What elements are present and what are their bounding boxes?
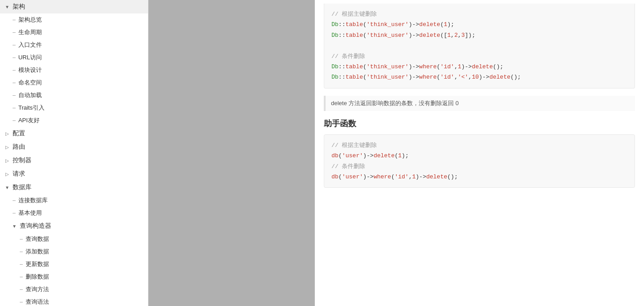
sidebar-item-api-friendly[interactable]: –API友好 bbox=[0, 114, 148, 127]
sidebar-section-label: 架构 bbox=[13, 3, 25, 11]
code-line: db('user')->where('id',1)->delete(); bbox=[331, 172, 627, 182]
sidebar-section-architecture-items: –架构总览 –生命周期 –入口文件 –URL访问 –模块设计 –命名空间 –自动… bbox=[0, 13, 148, 127]
sidebar-section-controller-label: 控制器 bbox=[13, 156, 31, 164]
arrow-icon-route: ▷ bbox=[4, 143, 11, 151]
arrow-icon-config: ▷ bbox=[4, 130, 11, 137]
middle-panel bbox=[148, 0, 315, 306]
sidebar-query-builder-subitems: –查询数据 –添加数据 –更新数据 –删除数据 –查询方法 –查询语法 –链式操… bbox=[0, 233, 148, 306]
sidebar-section-database[interactable]: ▼ 数据库 bbox=[0, 181, 148, 194]
sidebar-item-query-syntax[interactable]: –查询语法 bbox=[0, 296, 148, 306]
arrow-icon-request: ▷ bbox=[4, 170, 11, 177]
sidebar-section-database-items: –连接数据库 –基本使用 ▼ 查询构造器 –查询数据 –添加数据 –更新数据 –… bbox=[0, 194, 148, 306]
sidebar-section-request-label: 请求 bbox=[13, 170, 25, 178]
sidebar-section-config[interactable]: ▷ 配置 bbox=[0, 127, 148, 140]
top-code-area: // 根据主键删除 Db::table('think_user')->delet… bbox=[324, 0, 635, 89]
sidebar-item-lifecycle[interactable]: –生命周期 bbox=[0, 26, 148, 39]
code-line: Db::table('think_user')->delete(1); bbox=[331, 19, 627, 30]
arrow-icon: ▼ bbox=[4, 3, 11, 10]
sidebar-item-traits[interactable]: –Traits引入 bbox=[0, 102, 148, 114]
sidebar-section-architecture[interactable]: ▼ 架构 bbox=[0, 0, 148, 13]
sidebar-item-delete-data[interactable]: –删除数据 bbox=[0, 271, 148, 283]
top-code-block: // 根据主键删除 Db::table('think_user')->delet… bbox=[324, 4, 635, 89]
sidebar-item-query-method[interactable]: –查询方法 bbox=[0, 283, 148, 296]
arrow-icon-database: ▼ bbox=[4, 184, 11, 191]
sidebar-item-add-data[interactable]: –添加数据 bbox=[0, 245, 148, 258]
sidebar-item-db-basic[interactable]: –基本使用 bbox=[0, 207, 148, 219]
code-line: // 条件删除 bbox=[331, 161, 627, 172]
sidebar-section-controller[interactable]: ▷ 控制器 bbox=[0, 154, 148, 167]
sidebar-item-url-access[interactable]: –URL访问 bbox=[0, 51, 148, 64]
code-line-blank bbox=[331, 40, 627, 51]
sidebar-item-query-data[interactable]: –查询数据 bbox=[0, 233, 148, 245]
sidebar: ▼ 架构 –架构总览 –生命周期 –入口文件 –URL访问 –模块设计 –命名空… bbox=[0, 0, 148, 306]
arrow-icon-controller: ▷ bbox=[4, 157, 11, 164]
helper-code-block: // 根据主键删除 db('user')->delete(1); // 条件删除… bbox=[324, 134, 635, 188]
note-text: delete 方法返回影响数据的条数，没有删除返回 0 bbox=[331, 100, 459, 106]
sidebar-section-database-label: 数据库 bbox=[13, 183, 31, 191]
sidebar-item-query-builder[interactable]: ▼ 查询构造器 bbox=[0, 219, 148, 233]
section-title-helper: 助手函数 bbox=[324, 118, 635, 129]
note-block: delete 方法返回影响数据的条数，没有删除返回 0 bbox=[324, 96, 635, 111]
code-line: // 根据主键删除 bbox=[331, 9, 627, 19]
sidebar-item-db-connect[interactable]: –连接数据库 bbox=[0, 194, 148, 207]
sidebar-item-arch-overview[interactable]: –架构总览 bbox=[0, 13, 148, 26]
sidebar-item-autoload[interactable]: –自动加载 bbox=[0, 89, 148, 102]
code-line: Db::table('think_user')->where('id',1)->… bbox=[331, 62, 627, 72]
main-content: // 根据主键删除 Db::table('think_user')->delet… bbox=[315, 0, 644, 306]
sidebar-item-update-data[interactable]: –更新数据 bbox=[0, 258, 148, 271]
sidebar-section-route-label: 路由 bbox=[13, 143, 25, 151]
code-line: Db::table('think_user')->delete([1,2,3])… bbox=[331, 30, 627, 40]
sidebar-section-route[interactable]: ▷ 路由 bbox=[0, 140, 148, 154]
sidebar-section-request[interactable]: ▷ 请求 bbox=[0, 167, 148, 181]
sidebar-item-namespace[interactable]: –命名空间 bbox=[0, 76, 148, 89]
code-line: // 条件删除 bbox=[331, 51, 627, 62]
sidebar-item-module-design[interactable]: –模块设计 bbox=[0, 64, 148, 76]
code-line: // 根据主键删除 bbox=[331, 140, 627, 151]
code-line: db('user')->delete(1); bbox=[331, 151, 627, 161]
sidebar-section-config-label: 配置 bbox=[13, 129, 25, 137]
arrow-icon-query-builder: ▼ bbox=[11, 222, 18, 230]
sidebar-item-entry-file[interactable]: –入口文件 bbox=[0, 39, 148, 51]
code-line: Db::table('think_user')->where('id','<',… bbox=[331, 72, 627, 82]
